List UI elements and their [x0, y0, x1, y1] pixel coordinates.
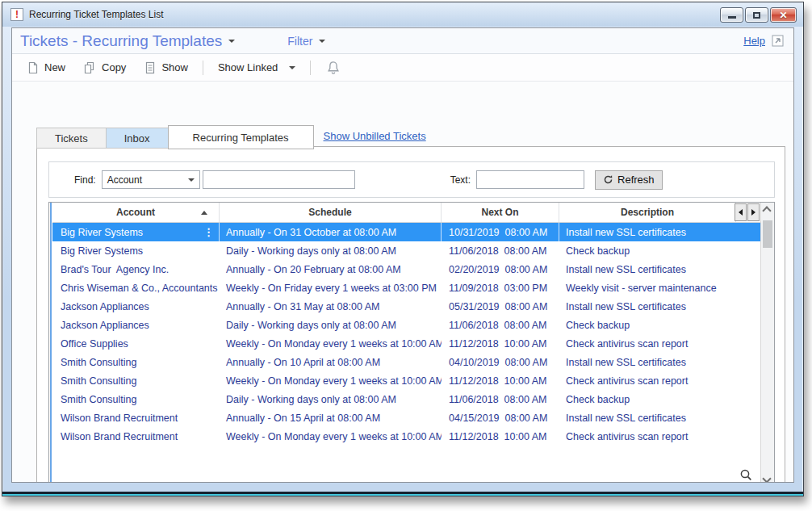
templates-table: Account Schedule Next On Description [48, 202, 775, 483]
show-label: Show [161, 61, 188, 73]
column-header-account[interactable]: Account [52, 203, 220, 222]
column-header-next-on[interactable]: Next On [442, 203, 559, 222]
text-input[interactable] [476, 170, 584, 189]
tab-strip: Tickets Inbox Recurring Templates Show U… [36, 125, 426, 149]
table-row[interactable]: Big River SystemsDaily - Working days on… [52, 241, 764, 260]
find-field-select[interactable]: Account [102, 170, 200, 189]
vertical-scrollbar[interactable] [760, 203, 774, 483]
cell-schedule: Weekly - On Monday every 1 weeks at 10:0… [220, 427, 442, 446]
titlebar[interactable]: ! Recurring Ticket Templates List ✕ [2, 2, 803, 27]
table-body: Big River Systems⋮Annually - On 31 Octob… [52, 223, 764, 483]
cell-next-on: 05/31/2019 08:00 AM [442, 297, 559, 316]
refresh-label: Refresh [617, 174, 655, 186]
show-linked-label: Show Linked [218, 61, 278, 73]
table-row[interactable]: Office SuppliesWeekly - On Monday every … [52, 334, 764, 353]
find-input[interactable] [203, 170, 355, 189]
cell-account: Smith Consulting [52, 390, 220, 408]
show-document-icon [144, 61, 157, 74]
grid-search-button[interactable] [739, 468, 753, 482]
minimize-button[interactable] [720, 7, 743, 23]
new-page-icon [27, 61, 40, 74]
filter-dropdown[interactable]: Filter [287, 35, 325, 48]
text-label: Text: [450, 174, 471, 186]
tab-tickets[interactable]: Tickets [36, 128, 106, 149]
table-row[interactable]: Smith ConsultingAnnually - On 10 April a… [52, 353, 764, 371]
window-title: Recurring Ticket Templates List [29, 9, 164, 20]
page-title-caret-icon[interactable] [228, 40, 235, 43]
cell-schedule: Weekly - On Monday every 1 weeks at 10:0… [220, 334, 442, 353]
scroll-right-button[interactable] [747, 203, 760, 221]
copy-label: Copy [102, 61, 126, 73]
select-caret-icon [188, 178, 195, 182]
maximize-button[interactable] [745, 7, 768, 23]
tab-inbox-label: Inbox [124, 132, 150, 145]
recurring-templates-panel: Find: Account Text: Refresh [36, 146, 785, 483]
horizontal-scroll-buttons [735, 203, 760, 221]
cell-next-on: 11/09/2018 03:00 PM [442, 279, 559, 297]
tab-inbox[interactable]: Inbox [106, 128, 168, 149]
table-row[interactable]: Wilson Brand RecruitmentAnnually - On 15… [52, 408, 764, 427]
table-header-row: Account Schedule Next On Description [52, 203, 764, 223]
scroll-right-icon [751, 209, 755, 216]
cell-account: Smith Consulting [52, 371, 220, 390]
cell-filler [736, 297, 764, 316]
window-alert-icon: ! [10, 8, 23, 21]
show-unbilled-tickets-link[interactable]: Show Unbilled Tickets [324, 130, 426, 142]
scroll-up-icon[interactable] [762, 206, 771, 215]
cell-account: Smith Consulting [52, 353, 220, 371]
popout-icon[interactable] [772, 35, 784, 47]
tab-recurring-templates-label: Recurring Templates [193, 132, 289, 144]
table-row[interactable]: Smith ConsultingWeekly - On Monday every… [52, 371, 764, 390]
toolbar: New Copy Show Show Linked [12, 54, 793, 82]
cell-schedule: Annually - On 31 October at 08:00 AM [220, 223, 442, 241]
cell-description: Check antivirus scan report [559, 334, 736, 353]
toolbar-separator [310, 61, 311, 75]
scrollbar-thumb[interactable] [763, 220, 772, 248]
bell-icon [325, 60, 341, 76]
table-row[interactable]: Brad's Tour Agency Inc.Annually - On 20 … [52, 260, 764, 279]
cell-account: Chris Wiseman & Co., Accountants I [52, 279, 220, 297]
column-header-schedule[interactable]: Schedule [220, 203, 442, 222]
maximize-icon [753, 12, 760, 19]
cell-next-on: 11/06/2018 08:00 AM [442, 390, 559, 408]
column-header-description[interactable]: Description [559, 203, 736, 222]
cell-filler [736, 408, 764, 427]
help-link[interactable]: Help [743, 35, 765, 47]
table-row[interactable]: Jackson AppliancesAnnually - On 31 May a… [52, 297, 764, 316]
cell-description: Weekly visit - server maintenance [559, 279, 736, 297]
window-content: Tickets - Recurring Templates Filter Hel… [11, 27, 794, 483]
cell-description: Install new SSL certificates [559, 223, 736, 241]
find-bar: Find: Account Text: Refresh [48, 161, 775, 198]
notifications-button[interactable] [319, 57, 348, 79]
refresh-button[interactable]: Refresh [595, 170, 663, 190]
scroll-down-icon[interactable] [762, 474, 771, 483]
window-bottom-edge [2, 492, 803, 496]
table-row[interactable]: Smith ConsultingDaily - Working days onl… [52, 390, 764, 408]
cell-next-on: 02/20/2019 08:00 AM [442, 260, 559, 279]
tab-recurring-templates[interactable]: Recurring Templates [168, 125, 314, 149]
cell-description: Check backup [559, 241, 736, 260]
row-menu-icon[interactable]: ⋮ [203, 226, 214, 238]
show-linked-dropdown[interactable]: Show Linked [211, 58, 302, 77]
minimize-icon [728, 16, 736, 19]
cell-schedule: Daily - Working days only at 08:00 AM [220, 390, 442, 408]
table-row[interactable]: Big River Systems⋮Annually - On 31 Octob… [52, 223, 764, 241]
new-button[interactable]: New [20, 58, 72, 77]
table-row[interactable]: Jackson AppliancesDaily - Working days o… [52, 316, 764, 334]
cell-account: Brad's Tour Agency Inc. [52, 260, 220, 279]
page-title[interactable]: Tickets - Recurring Templates [20, 32, 222, 50]
scroll-left-button[interactable] [735, 203, 747, 221]
close-button[interactable]: ✕ [770, 7, 797, 23]
column-header-schedule-label: Schedule [308, 207, 351, 218]
copy-button[interactable]: Copy [77, 58, 132, 77]
table-row[interactable]: Wilson Brand RecruitmentWeekly - On Mond… [52, 427, 764, 446]
cell-account: Jackson Appliances [52, 297, 220, 316]
table-row[interactable]: Chris Wiseman & Co., Accountants IWeekly… [52, 279, 764, 297]
cell-description: Install new SSL certificates [559, 408, 736, 427]
cell-next-on: 11/06/2018 08:00 AM [442, 316, 559, 334]
cell-filler [736, 371, 764, 390]
cell-schedule: Weekly - On Friday every 1 weeks at 03:0… [220, 279, 442, 297]
app-window: ! Recurring Ticket Templates List ✕ Tick… [2, 2, 804, 496]
cell-filler [736, 279, 764, 297]
show-button[interactable]: Show [137, 58, 195, 77]
